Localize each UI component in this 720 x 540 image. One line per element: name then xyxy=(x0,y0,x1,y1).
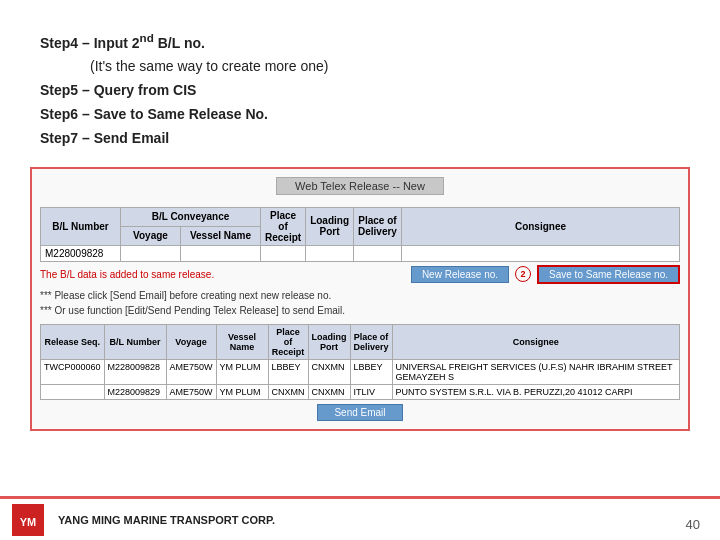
col-place-receipt: Place of Receipt xyxy=(261,207,306,245)
company-name: YANG MING MARINE TRANSPORT CORP. xyxy=(58,514,275,526)
rth-loading-port: Loading Port xyxy=(308,324,350,359)
rr1-consignee: UNIVERSAL FREIGHT SERVICES (U.F.S) NAHR … xyxy=(392,359,679,384)
rr2-pd: ITLIV xyxy=(350,384,392,399)
yang-ming-logo: YM YANG MING MARINE TRANSPORT CORP. xyxy=(12,504,275,536)
rr1-seq: TWCP000060 xyxy=(41,359,105,384)
col-consignee: Consignee xyxy=(401,207,679,245)
page-number: 40 xyxy=(686,517,700,532)
step4-subline: (It's the same way to create more one) xyxy=(40,55,680,79)
rth-bl-number: B/L Number xyxy=(104,324,166,359)
place-receipt-cell xyxy=(261,245,306,261)
bl-entry-table: B/L Number B/L Conveyance Place of Recei… xyxy=(40,207,680,262)
new-release-button[interactable]: New Release no. xyxy=(411,266,509,283)
instructions-section: Step4 – Input 2nd B/L no. (It's the same… xyxy=(0,0,720,167)
rth-place-delivery: Place of Delivery xyxy=(350,324,392,359)
action-buttons: New Release no. 2 Save to Same Release n… xyxy=(411,265,680,284)
rr1-voyage: AME750W xyxy=(166,359,216,384)
rr2-pr: CNXMN xyxy=(268,384,308,399)
rr2-lp: CNXMN xyxy=(308,384,350,399)
step7-line: Step7 – Send Email xyxy=(40,127,680,151)
col-loading-port: Loading Port xyxy=(306,207,354,245)
bl-number-cell: M228009828 xyxy=(41,245,121,261)
col-bl-conveyance: B/L Conveyance xyxy=(121,207,261,226)
release-row-1: TWCP000060 M228009828 AME750W YM PLUM LB… xyxy=(41,359,680,384)
form-title: Web Telex Release -- New xyxy=(276,177,444,195)
place-delivery-cell xyxy=(354,245,402,261)
slide-container: Step4 – Input 2nd B/L no. (It's the same… xyxy=(0,0,720,540)
circle-2-label: 2 xyxy=(515,266,531,282)
step5-line: Step5 – Query from CIS xyxy=(40,79,680,103)
release-row-2: M228009829 AME750W YM PLUM CNXMN CNXMN I… xyxy=(41,384,680,399)
step6-line: Step6 – Save to Same Release No. xyxy=(40,103,680,127)
note-2: *** Or use function [Edit/Send Pending T… xyxy=(40,303,680,318)
rr1-pd: LBBEY xyxy=(350,359,392,384)
rr1-lp: CNXMN xyxy=(308,359,350,384)
rr2-seq xyxy=(41,384,105,399)
rth-release-seq: Release Seq. xyxy=(41,324,105,359)
rr1-bl: M228009828 xyxy=(104,359,166,384)
save-release-button[interactable]: Save to Same Release no. xyxy=(537,265,680,284)
col-voyage: Voyage xyxy=(121,226,181,245)
vessel-cell xyxy=(181,245,261,261)
rr2-consignee: PUNTO SYSTEM S.R.L. VIA B. PERUZZI,20 41… xyxy=(392,384,679,399)
rth-voyage: Voyage xyxy=(166,324,216,359)
rr2-vessel: YM PLUM xyxy=(216,384,268,399)
col-place-delivery: Place of Delivery xyxy=(354,207,402,245)
release-table: Release Seq. B/L Number Voyage Vessel Na… xyxy=(40,324,680,400)
yang-ming-icon: YM xyxy=(14,506,42,534)
note-1: *** Please click [Send Email] before cre… xyxy=(40,288,680,303)
rth-consignee: Consignee xyxy=(392,324,679,359)
status-text: The B/L data is added to same release. xyxy=(40,267,214,282)
voyage-cell xyxy=(121,245,181,261)
loading-port-cell xyxy=(306,245,354,261)
rr1-pr: LBBEY xyxy=(268,359,308,384)
form-title-wrap: Web Telex Release -- New xyxy=(40,177,680,201)
rr1-vessel: YM PLUM xyxy=(216,359,268,384)
consignee-cell xyxy=(401,245,679,261)
rr2-voyage: AME750W xyxy=(166,384,216,399)
send-email-button[interactable]: Send Email xyxy=(317,404,402,421)
notes-section: *** Please click [Send Email] before cre… xyxy=(40,288,680,318)
step4-line: Step4 – Input 2nd B/L no. xyxy=(40,28,680,55)
col-bl-number: B/L Number xyxy=(41,207,121,245)
rr2-bl: M228009829 xyxy=(104,384,166,399)
rth-vessel-name: Vessel Name xyxy=(216,324,268,359)
svg-text:YM: YM xyxy=(20,516,37,528)
rth-place-receipt: Place of Receipt xyxy=(268,324,308,359)
bl-data-row: M228009828 xyxy=(41,245,680,261)
status-buttons-row: The B/L data is added to same release. N… xyxy=(40,265,680,284)
col-vessel-name: Vessel Name xyxy=(181,226,261,245)
bottom-bar: YM YANG MING MARINE TRANSPORT CORP. xyxy=(0,496,720,540)
logo-box: YM xyxy=(12,504,44,536)
form-panel: Web Telex Release -- New B/L Number B/L … xyxy=(30,167,690,431)
